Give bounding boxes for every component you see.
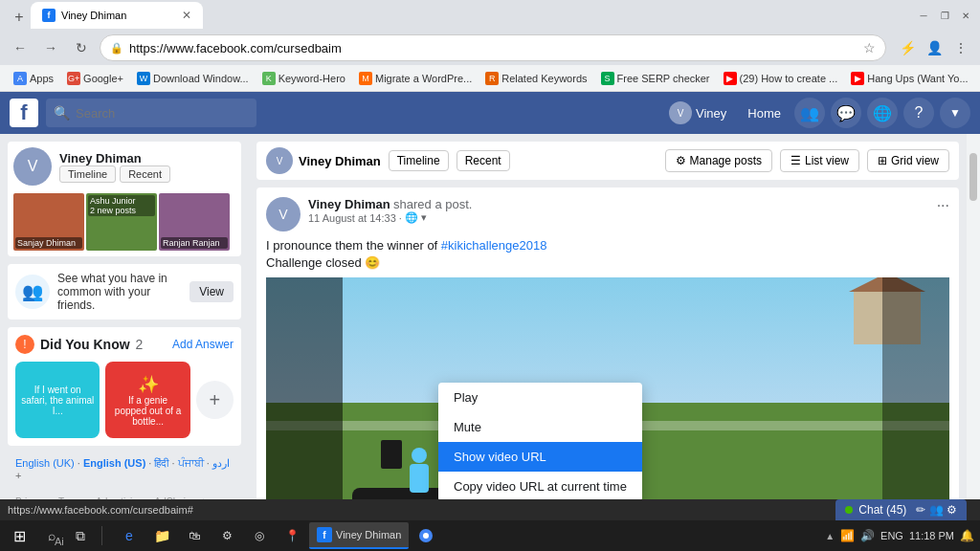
taskbar: ⊞ ⌕ ⧉ e 📁 🛍 ⚙ ◎ 📍 (0, 520, 980, 551)
manage-avatar: V (266, 147, 293, 174)
bookmark-apps[interactable]: A Apps (8, 70, 59, 87)
facebook-search-input[interactable] (76, 106, 249, 121)
grid-view-button[interactable]: ⊞ Grid view (867, 149, 949, 172)
taskbar-icon-store[interactable]: 🛍 (179, 522, 210, 549)
post-header: V Viney Dhiman shared a post. 11 August … (266, 197, 949, 231)
timeline-dropdown[interactable]: Timeline (389, 150, 449, 171)
minimize-button[interactable]: ─ (917, 9, 930, 22)
profile-header: V Viney Dhiman Timeline Recent (13, 147, 235, 186)
tab-close-button[interactable]: ✕ (182, 9, 191, 22)
lang-english-us[interactable]: English (US) (83, 457, 145, 469)
tray-arrow[interactable]: ▲ (825, 531, 835, 541)
page-scrollbar[interactable] (967, 134, 980, 499)
omni-icons: ⚡ 👤 ⋮ (896, 36, 972, 59)
post-author-name[interactable]: Viney Dhiman (308, 197, 390, 211)
profile-icon[interactable]: 👤 (923, 36, 946, 59)
privacy-link[interactable]: Privacy (15, 496, 47, 499)
fb-messenger-button[interactable]: 💬 (831, 98, 861, 128)
fb-home-nav[interactable]: Home (740, 102, 789, 124)
video-person-head (412, 448, 427, 463)
manage-posts-icon: ⚙ (676, 154, 686, 167)
ai-label: Ai (55, 536, 64, 547)
back-button[interactable]: ← (8, 35, 33, 60)
bookmark-migrate[interactable]: M Migrate a WordPre... (353, 70, 478, 87)
address-bar[interactable]: 🔒 https://www.facebook.com/cursedbaim ☆ (100, 34, 886, 61)
tray-network-icon[interactable]: 📶 (840, 529, 855, 542)
chat-bar[interactable]: Chat (45) ✏ 👥 ⚙ (835, 499, 967, 520)
menu-icon[interactable]: ⋮ (949, 36, 972, 59)
tray-volume-icon[interactable]: 🔊 (860, 529, 875, 542)
fb-globe-button[interactable]: 🌐 (867, 98, 898, 128)
post-options-button[interactable]: ··· (937, 197, 949, 214)
photo-thumb-3[interactable]: Ranjan Ranjan (159, 193, 230, 251)
dyk-card-2-icon: ✨ (138, 374, 159, 395)
browser-tab[interactable]: f Viney Dhiman ✕ (31, 2, 203, 29)
taskbar-icon-explorer[interactable]: 📁 (146, 522, 177, 549)
lang-english-uk[interactable]: English (UK) (15, 457, 75, 469)
taskbar-icon-maps[interactable]: 📍 (277, 522, 307, 549)
facebook-search-box[interactable]: 🔍 (46, 99, 256, 127)
more-bookmarks-button[interactable]: » (976, 69, 980, 88)
close-button[interactable]: ✕ (959, 9, 972, 22)
dyk-add-button[interactable]: Add Answer (172, 338, 234, 351)
extensions-icon[interactable]: ⚡ (896, 36, 919, 59)
taskbar-chrome-app[interactable] (411, 522, 441, 549)
lang-urdu[interactable]: اردو (212, 457, 230, 469)
bookmark-hang-ups[interactable]: ▶ Hang Ups (Want Yo... (845, 70, 973, 87)
terms-link[interactable]: · Terms (54, 496, 85, 499)
start-button[interactable]: ⊞ (6, 522, 33, 549)
fb-taskbar-icon: f (317, 527, 332, 542)
timeline-button[interactable]: Timeline (59, 165, 116, 183)
hashtag-link[interactable]: #kikichallenge2018 (441, 238, 547, 253)
profile-controls: Timeline Recent (59, 165, 170, 183)
language-section: English (UK) · English (US) · हिंदी · ਪੰ… (8, 453, 241, 485)
taskbar-icon-edge[interactable]: e (114, 522, 145, 549)
taskbar-icon-cortana[interactable]: ◎ (244, 522, 275, 549)
chat-online-dot (845, 506, 853, 514)
ctx-mute-item[interactable]: Mute (438, 412, 642, 442)
taskbar-facebook-app[interactable]: f Viney Dhiman (309, 522, 409, 549)
bookmark-icon[interactable]: ☆ (863, 40, 876, 55)
forward-button[interactable]: → (38, 35, 63, 60)
fb-help-button[interactable]: ? (903, 98, 934, 128)
bookmark-related-keywords[interactable]: R Related Keywords (479, 70, 592, 87)
bookmark-download-windows[interactable]: W Download Window... (131, 70, 255, 87)
fb-dropdown-button[interactable]: ▼ (940, 98, 970, 128)
taskbar-taskview-icon[interactable]: ⧉ (67, 522, 94, 549)
lang-punjabi[interactable]: ਪੰਜਾਬੀ (178, 457, 204, 469)
dyk-add-card-button[interactable]: + (196, 381, 234, 419)
ctx-copy-url-item[interactable]: Copy video URL at current time (438, 472, 642, 499)
dyk-card-2[interactable]: ✨ If a genie popped out of a bottle... (105, 362, 189, 438)
friends-text: See what you have in common with your fr… (57, 272, 182, 312)
adchoices-link[interactable]: · AdChoices ▷ (149, 496, 211, 499)
list-view-button[interactable]: ☰ List view (780, 149, 859, 172)
fb-friends-button[interactable]: 👥 (794, 98, 825, 128)
list-view-label: List view (805, 154, 849, 167)
notification-icon[interactable]: 🔔 (960, 529, 974, 542)
bookmark-google-plus[interactable]: G+ Google+ (61, 70, 129, 87)
video-person-body (410, 464, 429, 493)
fb-user-avatar: V (669, 101, 692, 124)
refresh-button[interactable]: ↻ (69, 35, 94, 60)
scrollbar-thumb[interactable] (969, 153, 977, 201)
manage-posts-button[interactable]: ⚙ Manage posts (665, 149, 772, 172)
dyk-card-1[interactable]: If I went on safari, the animal I... (15, 362, 100, 438)
fb-user-nav[interactable]: V Viney (661, 98, 734, 128)
ctx-play-item[interactable]: Play (438, 383, 642, 412)
recent-dropdown[interactable]: Recent (457, 150, 510, 171)
recent-button[interactable]: Recent (120, 165, 170, 183)
view-friends-button[interactable]: View (189, 281, 234, 302)
bookmark-serp[interactable]: S Free SERP checker (595, 70, 716, 87)
ctx-show-url-item[interactable]: Show video URL (438, 442, 642, 472)
lang-hindi[interactable]: हिंदी (154, 457, 168, 469)
maximize-button[interactable]: ❐ (938, 9, 951, 22)
post-video[interactable]: Play Mute Show video URL Copy video URL … (266, 277, 949, 499)
bookmark-how-to-create[interactable]: ▶ (29) How to create ... (718, 70, 844, 87)
photo-thumb-2[interactable]: Ashu Junior2 new posts (86, 193, 157, 251)
post-shared-text: shared a post. (393, 197, 472, 211)
photo-thumb-1[interactable]: Sanjay Dhiman (13, 193, 84, 251)
advertising-link[interactable]: · Advertising (91, 496, 143, 499)
taskbar-icon-settings[interactable]: ⚙ (212, 522, 242, 549)
new-tab-button[interactable]: + (8, 6, 31, 29)
bookmark-keyword-hero[interactable]: K Keyword-Hero (256, 70, 351, 87)
